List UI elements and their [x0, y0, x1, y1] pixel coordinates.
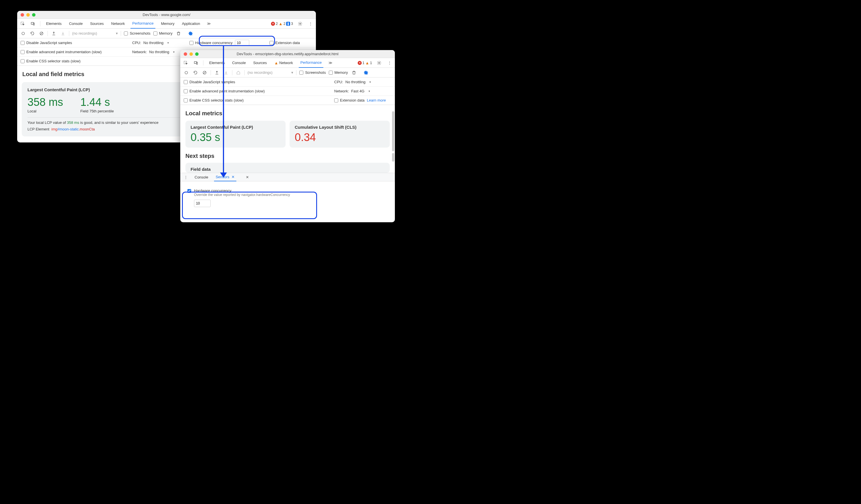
extension-data-checkbox[interactable]: Extension data — [270, 41, 313, 45]
lcp-local-label: Local — [27, 109, 63, 113]
kebab-icon[interactable]: ⋮ — [307, 20, 314, 27]
drawer-tab-console[interactable]: Console — [193, 173, 210, 181]
css-selector-stats-checkbox[interactable]: Enable CSS selector stats (slow) — [184, 98, 244, 102]
close-drawer-icon[interactable]: ✕ — [244, 174, 251, 180]
tab-console[interactable]: Console — [67, 19, 84, 29]
upload-icon[interactable] — [214, 70, 220, 76]
screenshots-checkbox[interactable]: Screenshots — [124, 31, 150, 36]
field-data-heading: Field data — [191, 167, 385, 172]
hardware-concurrency-input[interactable] — [235, 40, 249, 46]
tab-performance[interactable]: Performance — [299, 58, 323, 68]
tab-network[interactable]: ▲ Network — [273, 58, 295, 68]
network-throttle-dropdown[interactable]: No throttling — [149, 50, 175, 54]
cpu-throttle-dropdown[interactable]: No throttling — [345, 80, 371, 84]
reload-icon[interactable] — [29, 30, 36, 37]
advanced-paint-checkbox[interactable]: Enable advanced paint instrumentation (s… — [184, 89, 265, 93]
tab-memory[interactable]: Memory — [159, 19, 176, 29]
lcp-card: Largest Contentful Paint (LCP) 0.35 s — [186, 121, 286, 148]
perf-toolbar: (no recordings)▾ Screenshots Memory — [180, 68, 395, 78]
settings-gear-icon[interactable] — [376, 60, 382, 66]
more-tabs-icon[interactable]: ≫ — [206, 20, 212, 27]
hardware-concurrency-checkbox[interactable] — [188, 189, 191, 193]
tab-network[interactable]: Network — [110, 19, 127, 29]
cls-card: Cumulative Layout Shift (CLS) 0.34 — [290, 121, 390, 148]
tab-performance[interactable]: Performance — [131, 19, 155, 29]
kebab-icon[interactable]: ⋮ — [386, 60, 393, 66]
annotation-arrow-line — [223, 46, 224, 173]
tab-sources[interactable]: Sources — [88, 19, 106, 29]
lcp-value: 0.35 s — [191, 131, 281, 144]
recordings-dropdown[interactable]: (no recordings)▾ — [247, 70, 293, 75]
warning-count: 1 — [370, 61, 372, 65]
window-title: DevTools - www.google.com/ — [20, 13, 313, 17]
close-dot[interactable] — [184, 52, 187, 56]
zoom-dot[interactable] — [195, 52, 199, 56]
panel-settings-icon[interactable] — [188, 30, 194, 37]
disable-js-samples-checkbox[interactable]: Disable JavaScript samples — [20, 41, 72, 45]
svg-point-4 — [22, 32, 24, 34]
network-label: Network: — [334, 89, 349, 93]
network-throttle-dropdown[interactable]: Fast 4G — [351, 89, 370, 93]
lcp-field-value: 1.44 s — [80, 96, 114, 108]
titlebar: DevTools - emscripten-dbg-stories.netlif… — [180, 50, 395, 58]
panel-settings-icon[interactable] — [363, 70, 369, 76]
lcp-field-label: Field 75th percentile — [80, 109, 114, 113]
tab-elements[interactable]: Elements — [44, 19, 63, 29]
extension-data-checkbox[interactable]: Extension data — [334, 98, 365, 102]
css-selector-stats-checkbox[interactable]: Enable CSS selector stats (slow) — [20, 59, 80, 63]
trash-icon[interactable] — [351, 70, 357, 76]
recordings-dropdown[interactable]: (no recordings)▾ — [72, 31, 118, 36]
cpu-label: CPU: — [132, 41, 141, 45]
close-dot[interactable] — [20, 13, 24, 17]
clear-icon[interactable] — [202, 70, 208, 76]
memory-checkbox[interactable]: Memory — [329, 70, 348, 75]
tab-application[interactable]: Application — [180, 19, 202, 29]
device-icon[interactable] — [30, 20, 36, 27]
screenshots-checkbox[interactable]: Screenshots — [299, 70, 326, 75]
issue-counter[interactable]: ✕2 ▲2 ❚3 — [271, 22, 293, 26]
svg-point-10 — [379, 62, 380, 64]
scrollbar-thumb[interactable] — [392, 153, 394, 162]
hardware-concurrency-checkbox[interactable]: Hardware concurrency — [189, 41, 233, 45]
settings-gear-icon[interactable] — [297, 20, 303, 27]
next-steps-heading: Next steps — [186, 153, 390, 159]
disable-js-samples-checkbox[interactable]: Disable JavaScript samples — [184, 80, 235, 84]
cpu-label: CPU: — [334, 80, 343, 84]
main-tabs: Elements Console Sources ▲ Network Perfo… — [180, 58, 395, 68]
drawer-kebab-icon[interactable]: ⋮ — [182, 174, 189, 180]
hardware-concurrency-input[interactable] — [194, 200, 210, 207]
tab-sources[interactable]: Sources — [251, 58, 269, 68]
learn-more-link[interactable]: Learn more — [367, 98, 386, 102]
annotation-arrow-head — [220, 172, 227, 178]
inspect-icon[interactable] — [182, 60, 189, 66]
svg-point-11 — [185, 71, 188, 74]
upload-icon[interactable] — [51, 30, 57, 37]
main-tabs: Elements Console Sources Network Perform… — [17, 19, 316, 29]
issue-counter[interactable]: ✕1 ▲1 — [358, 61, 372, 65]
tab-console[interactable]: Console — [230, 58, 247, 68]
device-icon[interactable] — [193, 60, 199, 66]
more-tabs-icon[interactable]: ≫ — [327, 60, 334, 66]
scrollbar-thumb[interactable] — [392, 111, 394, 151]
download-icon[interactable] — [60, 30, 66, 37]
cls-value: 0.34 — [295, 131, 385, 144]
close-tab-icon[interactable]: ✕ — [232, 175, 235, 179]
minimize-dot[interactable] — [26, 13, 30, 17]
inspect-icon[interactable] — [19, 20, 26, 27]
minimize-dot[interactable] — [189, 52, 193, 56]
svg-rect-9 — [196, 62, 197, 64]
memory-checkbox[interactable]: Memory — [153, 31, 173, 36]
record-icon[interactable] — [20, 30, 26, 37]
cpu-throttle-dropdown[interactable]: No throttling — [144, 41, 169, 45]
cls-title: Cumulative Layout Shift (CLS) — [295, 125, 385, 129]
trash-icon[interactable] — [175, 30, 182, 37]
home-icon[interactable] — [235, 70, 242, 76]
advanced-paint-checkbox[interactable]: Enable advanced paint instrumentation (s… — [20, 50, 101, 54]
warning-count: 2 — [284, 22, 286, 26]
metrics-heading: Local metrics — [186, 110, 390, 117]
zoom-dot[interactable] — [32, 13, 36, 17]
clear-icon[interactable] — [38, 30, 45, 37]
reload-icon[interactable] — [192, 70, 199, 76]
window-title: DevTools - emscripten-dbg-stories.netlif… — [184, 52, 392, 56]
record-icon[interactable] — [183, 70, 189, 76]
